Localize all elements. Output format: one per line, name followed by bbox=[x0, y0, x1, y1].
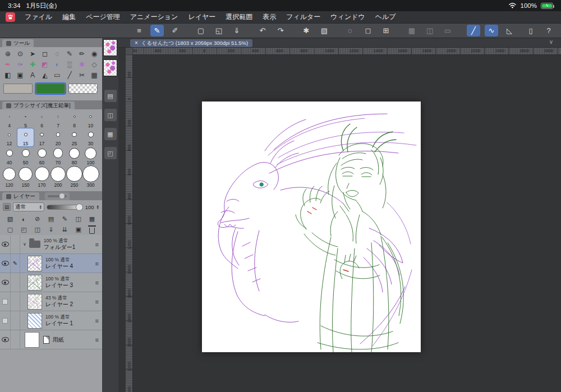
decoration-tool[interactable]: ✚ bbox=[26, 59, 39, 70]
layer-thumbnail[interactable] bbox=[27, 256, 42, 271]
brush-size-250[interactable]: 250 bbox=[66, 165, 82, 188]
clip-to-layer-below-icon[interactable]: ▧ bbox=[4, 214, 16, 224]
new-raster-layer-button[interactable]: ▢ bbox=[4, 225, 16, 234]
save-button[interactable]: ⇓ bbox=[230, 25, 243, 36]
snap-grid-button[interactable]: ◺ bbox=[503, 25, 516, 36]
brush-size-8[interactable]: 8 bbox=[66, 110, 82, 128]
menu-item-表示[interactable]: 表示 bbox=[257, 12, 281, 22]
brush-size-100[interactable]: 100 bbox=[82, 146, 99, 165]
eyedropper-tool[interactable]: ◉ bbox=[88, 48, 100, 59]
brush-size-20[interactable]: 20 bbox=[50, 128, 66, 146]
liquify-tool[interactable]: ✂ bbox=[76, 70, 88, 80]
menu-item-ヘルプ[interactable]: ヘルプ bbox=[370, 12, 401, 22]
deselect-button[interactable]: ◌ bbox=[343, 25, 357, 36]
layer-visibility-eye-icon[interactable] bbox=[0, 254, 11, 273]
main-menu-button[interactable]: ≡ bbox=[132, 25, 146, 36]
menu-item-選択範囲[interactable]: 選択範囲 bbox=[220, 12, 257, 22]
layer-thumbnail[interactable] bbox=[27, 275, 42, 290]
grid-tool[interactable]: ▦ bbox=[88, 70, 100, 80]
merge-down-button[interactable]: ⇓ bbox=[45, 225, 57, 234]
frame-border-tool[interactable]: ▭ bbox=[51, 70, 63, 80]
brush-size-50[interactable]: 50 bbox=[17, 146, 34, 165]
palette-options-icon[interactable]: ▤ bbox=[3, 203, 11, 211]
reference-layer-icon[interactable]: ◐ bbox=[18, 214, 29, 224]
brush-size-300[interactable]: 300 bbox=[82, 165, 99, 188]
close-tab-icon[interactable]: × bbox=[135, 40, 138, 46]
material-thumbnail-1[interactable] bbox=[103, 39, 117, 56]
pen-tool-button[interactable]: ✐ bbox=[168, 25, 182, 36]
snap-ruler-button[interactable]: ╱ bbox=[467, 25, 480, 36]
menu-item-フィルター[interactable]: フィルター bbox=[281, 12, 325, 22]
operation-tool[interactable]: ➤ bbox=[26, 48, 39, 59]
menu-item-編集[interactable]: 編集 bbox=[57, 12, 81, 22]
layer-menu-icon[interactable]: ≡ bbox=[95, 241, 99, 248]
layer-row-フォルダー1[interactable]: ∨100 % 通常フォルダー1≡ bbox=[0, 235, 102, 254]
brush-size-4[interactable]: 4 bbox=[1, 110, 17, 128]
select-area-button[interactable]: ◻ bbox=[361, 25, 375, 36]
layer-color-icon[interactable]: ▦ bbox=[86, 214, 98, 224]
menu-item-レイヤー[interactable]: レイヤー bbox=[183, 12, 220, 22]
figure-tool[interactable]: ◇ bbox=[88, 59, 100, 70]
brush-size-170[interactable]: 170 bbox=[34, 165, 50, 188]
main-color-swatch[interactable] bbox=[3, 84, 33, 94]
lock-transparent-pixels-icon[interactable]: ▤ bbox=[45, 214, 57, 224]
menu-item-ファイル[interactable]: ファイル bbox=[20, 12, 57, 22]
crop-button[interactable]: ⊞ bbox=[379, 25, 393, 36]
navigator-panel-icon[interactable]: ▤ bbox=[104, 90, 117, 102]
lock-layer-icon[interactable]: ⊘ bbox=[32, 214, 43, 224]
gradient-tool[interactable]: ◧ bbox=[2, 70, 14, 80]
lasso-tool[interactable]: ◌ bbox=[51, 48, 63, 59]
tab-layer-palette[interactable]: レイヤー bbox=[2, 192, 39, 200]
new-canvas-button[interactable]: ▢ bbox=[194, 25, 208, 36]
help-button[interactable]: ? bbox=[542, 25, 555, 36]
layer-thumbnail[interactable] bbox=[25, 332, 39, 348]
layer-thumbnail[interactable] bbox=[27, 294, 42, 310]
brush-size-7[interactable]: 7 bbox=[50, 110, 66, 128]
brush-tool-button[interactable]: ✎ bbox=[150, 25, 164, 36]
enable-mask-icon[interactable]: ✎ bbox=[59, 214, 70, 224]
canvas-document[interactable] bbox=[202, 102, 421, 352]
tab-brush-size-palette[interactable]: ブラシサイズ[魔王鉛筆] bbox=[2, 102, 75, 109]
eraser-tool[interactable]: ◩ bbox=[39, 59, 51, 70]
undo-button[interactable]: ↶ bbox=[256, 25, 269, 36]
brush-size-6[interactable]: 6 bbox=[34, 110, 50, 128]
tab-list-chevron-icon[interactable]: ∨ bbox=[549, 39, 553, 45]
layer-visibility-eye-icon[interactable] bbox=[0, 330, 11, 349]
layer-menu-icon[interactable]: ≡ bbox=[95, 279, 99, 286]
redo-button[interactable]: ↷ bbox=[274, 25, 287, 36]
brush-size-10[interactable]: 10 bbox=[82, 110, 99, 128]
brush-size-40[interactable]: 40 bbox=[1, 146, 17, 165]
duplicate-layer-button[interactable]: ◫ bbox=[32, 225, 43, 234]
layer-row-レイヤー 2[interactable]: 43 % 通常レイヤー 2≡ bbox=[0, 292, 102, 311]
menu-item-ウィンドウ[interactable]: ウィンドウ bbox=[325, 12, 370, 22]
clear-button[interactable]: ✱ bbox=[300, 25, 313, 36]
sub-color-swatch[interactable] bbox=[36, 84, 65, 94]
brush-size-30[interactable]: 30 bbox=[82, 128, 99, 146]
history-panel-icon[interactable]: ◰ bbox=[104, 147, 117, 159]
brush-size-12[interactable]: 12 bbox=[1, 128, 17, 146]
layer-menu-icon[interactable]: ≡ bbox=[95, 336, 99, 343]
palette-dock-button[interactable]: ▯ bbox=[524, 25, 537, 36]
snap-special-ruler-button[interactable]: ∿ bbox=[485, 25, 498, 36]
ruler-tool[interactable]: ╱ bbox=[63, 70, 76, 80]
text-tool[interactable]: A bbox=[26, 70, 39, 80]
brush-size-70[interactable]: 70 bbox=[50, 146, 66, 165]
balloon-tool[interactable]: ◭ bbox=[39, 70, 51, 80]
layer-visibility-eye-icon[interactable] bbox=[0, 235, 11, 253]
fill-button[interactable]: ▧ bbox=[318, 25, 331, 36]
pen-tool[interactable]: ✎ bbox=[63, 48, 76, 59]
mask-button[interactable]: ▭ bbox=[441, 25, 454, 36]
brush-size-60[interactable]: 60 bbox=[34, 146, 50, 165]
brush-size-17[interactable]: 17 bbox=[34, 128, 50, 146]
clip-studio-logo-icon[interactable] bbox=[6, 12, 15, 22]
transparent-color-swatch[interactable] bbox=[68, 84, 98, 94]
grid-button[interactable]: ▦ bbox=[405, 25, 419, 36]
spray-tool[interactable]: ✱ bbox=[76, 59, 88, 70]
brush-tool[interactable]: ✒ bbox=[2, 59, 14, 70]
layer-thumbnail[interactable] bbox=[27, 313, 42, 329]
brush-size-80[interactable]: 80 bbox=[66, 146, 82, 165]
tab-tool-palette[interactable]: ツール bbox=[2, 39, 34, 47]
fill-tool[interactable]: ▣ bbox=[14, 70, 26, 80]
layer-row-レイヤー 1[interactable]: 100 % 通常レイヤー 1≡ bbox=[0, 311, 102, 330]
open-canvas-button[interactable]: ◱ bbox=[212, 25, 226, 36]
